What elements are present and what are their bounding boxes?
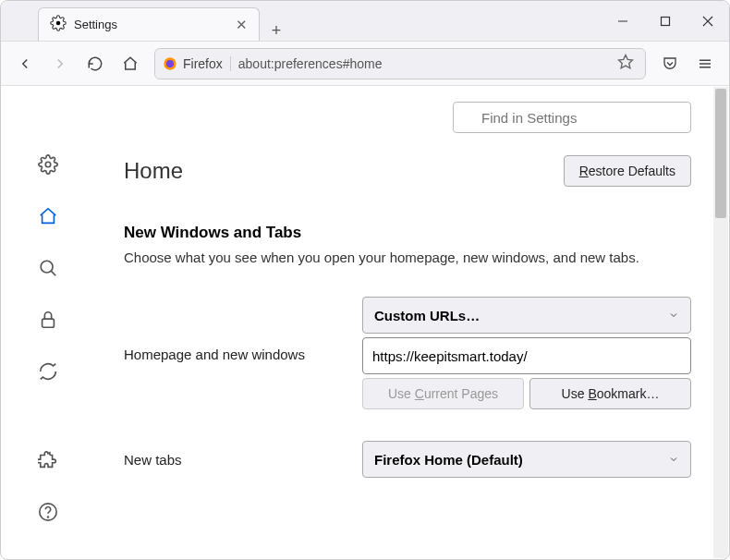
svg-point-16 xyxy=(48,517,49,517)
svg-point-0 xyxy=(56,20,61,25)
home-nav-button[interactable] xyxy=(114,48,147,79)
url-text: about:preferences#home xyxy=(238,56,614,71)
new-tab-button[interactable]: + xyxy=(260,21,293,41)
reload-button[interactable] xyxy=(79,48,112,79)
dropdown-value: Firefox Home (Default) xyxy=(374,452,523,468)
section-description: Choose what you see when you open your h… xyxy=(124,250,691,265)
section-title: New Windows and Tabs xyxy=(124,224,691,242)
content: Home RRestore Defaultsestore Defaults Ne… xyxy=(2,87,713,558)
sidebar-item-general[interactable] xyxy=(33,150,63,179)
svg-point-6 xyxy=(166,60,174,67)
svg-point-11 xyxy=(45,162,51,167)
svg-point-12 xyxy=(41,261,53,273)
scrollbar-thumb[interactable] xyxy=(715,89,726,218)
window-controls xyxy=(602,1,729,41)
back-button[interactable] xyxy=(8,48,42,79)
chevron-down-icon xyxy=(668,308,679,323)
find-in-settings-input[interactable] xyxy=(453,102,691,133)
tab-strip: Settings ✕ + xyxy=(1,1,602,41)
tab-settings[interactable]: Settings ✕ xyxy=(38,7,260,41)
sidebar-item-search[interactable] xyxy=(33,253,63,283)
svg-line-13 xyxy=(51,271,55,275)
chevron-down-icon xyxy=(668,452,679,468)
sidebar-item-privacy[interactable] xyxy=(33,305,63,335)
minimize-button[interactable] xyxy=(602,1,644,41)
use-current-pages-button[interactable]: Use Current Pages xyxy=(362,378,524,409)
sidebar-item-home[interactable] xyxy=(33,201,63,231)
titlebar: Settings ✕ + xyxy=(1,1,729,42)
homepage-label: Homepage and new windows xyxy=(124,297,362,362)
svg-rect-2 xyxy=(662,17,670,25)
main-panel: Home RRestore Defaultsestore Defaults Ne… xyxy=(94,87,713,558)
newtabs-label: New tabs xyxy=(124,452,362,468)
url-bar[interactable]: Firefox about:preferences#home xyxy=(154,48,646,79)
identity-box[interactable]: Firefox xyxy=(163,56,231,71)
sidebar-item-extensions[interactable] xyxy=(33,445,63,475)
page-title: Home xyxy=(124,158,183,184)
scrollbar[interactable] xyxy=(713,87,728,558)
svg-rect-14 xyxy=(43,319,55,327)
bookmark-star-icon[interactable] xyxy=(614,54,638,74)
content-wrapper: Home RRestore Defaultsestore Defaults Ne… xyxy=(2,87,728,558)
use-bookmark-button[interactable]: Use Bookmark… xyxy=(529,378,691,409)
firefox-logo-icon xyxy=(163,56,177,71)
close-button[interactable] xyxy=(687,1,729,41)
homepage-url-input[interactable] xyxy=(362,337,691,374)
newtabs-dropdown[interactable]: Firefox Home (Default) xyxy=(362,441,691,478)
gear-icon xyxy=(50,15,67,35)
sidebar-item-help[interactable] xyxy=(33,497,63,527)
tab-label: Settings xyxy=(74,18,236,31)
sidebar-item-sync[interactable] xyxy=(33,357,63,386)
homepage-mode-dropdown[interactable]: Custom URLs… xyxy=(362,297,691,334)
dropdown-value: Custom URLs… xyxy=(374,308,480,323)
nav-toolbar: Firefox about:preferences#home xyxy=(1,42,729,86)
maximize-button[interactable] xyxy=(644,1,687,41)
close-tab-icon[interactable]: ✕ xyxy=(236,17,248,33)
identity-label: Firefox xyxy=(183,56,223,71)
pocket-button[interactable] xyxy=(653,48,687,79)
svg-marker-7 xyxy=(619,55,633,67)
app-menu-button[interactable] xyxy=(688,48,722,79)
sidebar xyxy=(2,87,94,558)
forward-button[interactable] xyxy=(43,48,77,79)
restore-defaults-button[interactable]: RRestore Defaultsestore Defaults xyxy=(564,155,691,187)
